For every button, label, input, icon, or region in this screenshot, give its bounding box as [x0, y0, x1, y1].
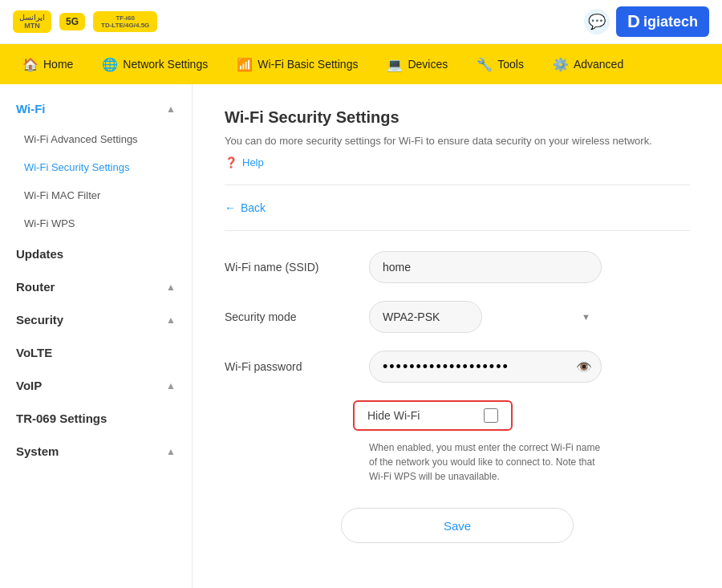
sidebar-volte-label: VoLTE — [16, 346, 52, 359]
sidebar-item-updates[interactable]: Updates — [0, 237, 192, 270]
page-description: You can do more security settings for Wi… — [225, 135, 690, 147]
divider-top — [225, 185, 690, 185]
top-bar-right: 💬 D igiatech — [584, 6, 709, 37]
system-arrow: ▲ — [166, 446, 176, 457]
ssid-input[interactable] — [369, 251, 602, 283]
sidebar-item-voip[interactable]: VoIP ▲ — [0, 369, 192, 402]
nav-tools[interactable]: 🔧 Tools — [462, 44, 538, 84]
sidebar-security-label: Security — [16, 313, 63, 326]
wifi-arrow: ▲ — [166, 103, 176, 115]
nav-advanced[interactable]: ⚙️ Advanced — [538, 44, 638, 84]
nav-home[interactable]: 🏠 Home — [8, 44, 87, 84]
sidebar-wifi-wps[interactable]: Wi-Fi WPS — [0, 209, 192, 237]
ssid-label: Wi-Fi name (SSID) — [225, 261, 353, 274]
sidebar-wifi-security[interactable]: Wi-Fi Security Settings — [0, 153, 192, 181]
chat-icon[interactable]: 💬 — [584, 9, 610, 34]
nav-devices-label: Devices — [408, 58, 448, 71]
password-wrapper: 👁️ — [369, 351, 602, 383]
network-icon: 🌐 — [102, 57, 118, 72]
sidebar-voip-label: VoIP — [16, 379, 42, 392]
voip-arrow: ▲ — [166, 380, 176, 391]
nav-wifi-basic[interactable]: 📶 Wi-Fi Basic Settings — [222, 44, 372, 84]
back-button[interactable]: ← Back — [225, 201, 690, 214]
sidebar-wifi-mac-filter[interactable]: Wi-Fi MAC Filter — [0, 181, 192, 209]
security-select[interactable]: WPA2-PSK WPA-PSK WPA/WPA2-PSK None — [369, 301, 482, 333]
save-btn-row: Save — [225, 508, 690, 543]
save-button[interactable]: Save — [341, 508, 574, 543]
page-title: Wi-Fi Security Settings — [225, 108, 690, 127]
main-layout: Wi-Fi ▲ Wi-Fi Advanced Settings Wi-Fi Se… — [0, 84, 722, 588]
nav-wifi-label: Wi-Fi Basic Settings — [258, 58, 358, 71]
ssid-row: Wi-Fi name (SSID) — [225, 251, 690, 283]
nav-advanced-label: Advanced — [574, 58, 623, 71]
sidebar-wifi-label: Wi-Fi — [16, 102, 46, 116]
sidebar-item-router[interactable]: Router ▲ — [0, 270, 192, 303]
nav-tools-label: Tools — [497, 58, 524, 71]
sidebar-item-wifi[interactable]: Wi-Fi ▲ — [0, 92, 192, 125]
sidebar-item-system[interactable]: System ▲ — [0, 435, 192, 468]
mtn-logo: ایرانسل MTN — [13, 10, 51, 33]
digiatech-logo: D igiatech — [616, 6, 709, 37]
sidebar-tr069-label: TR-069 Settings — [16, 412, 107, 425]
hide-wifi-box: Hide Wi-Fi — [353, 400, 513, 431]
home-icon: 🏠 — [22, 57, 39, 72]
digiatech-text: igiatech — [643, 14, 698, 30]
hide-wifi-checkbox[interactable] — [484, 408, 498, 423]
sidebar-item-volte[interactable]: VoLTE — [0, 336, 192, 369]
tf-logo-text: TF-i60 — [116, 14, 135, 22]
eye-icon[interactable]: 👁️ — [576, 359, 592, 375]
back-arrow-icon: ← — [225, 201, 236, 214]
sidebar-wifi-advanced[interactable]: Wi-Fi Advanced Settings — [0, 125, 192, 153]
content-area: Wi-Fi Security Settings You can do more … — [193, 84, 722, 588]
security-label: Security mode — [225, 310, 353, 323]
sidebar-item-tr069[interactable]: TR-069 Settings — [0, 402, 192, 435]
sidebar: Wi-Fi ▲ Wi-Fi Advanced Settings Wi-Fi Se… — [0, 84, 193, 588]
hide-wifi-note: When enabled, you must enter the correct… — [369, 440, 602, 484]
security-arrow: ▲ — [166, 314, 176, 326]
digiatech-d: D — [627, 11, 640, 32]
devices-icon: 💻 — [387, 57, 403, 72]
router-arrow: ▲ — [166, 282, 176, 293]
password-label: Wi-Fi password — [225, 360, 353, 373]
sidebar-wifi-subitems: Wi-Fi Advanced Settings Wi-Fi Security S… — [0, 125, 192, 237]
back-label: Back — [241, 201, 266, 214]
password-row: Wi-Fi password 👁️ — [225, 351, 690, 383]
nav-devices[interactable]: 💻 Devices — [372, 44, 462, 84]
nav-bar: 🏠 Home 🌐 Network Settings 📶 Wi-Fi Basic … — [0, 44, 722, 84]
hide-wifi-label: Hide Wi-Fi — [367, 409, 420, 422]
5g-logo: 5G — [59, 13, 85, 30]
nav-network-label: Network Settings — [123, 58, 208, 71]
divider-back — [225, 230, 690, 231]
mtn-logo-sub: MTN — [24, 22, 40, 30]
tools-icon: 🔧 — [477, 57, 493, 72]
tf-logo: TF-i60 TD-LTE/4G/4.5G — [93, 11, 157, 32]
logos-group: ایرانسل MTN 5G TF-i60 TD-LTE/4G/4.5G — [13, 10, 157, 33]
help-circle-icon: ❓ — [225, 156, 237, 168]
sidebar-section-wifi: Wi-Fi ▲ Wi-Fi Advanced Settings Wi-Fi Se… — [0, 92, 192, 237]
advanced-icon: ⚙️ — [553, 57, 569, 72]
sidebar-updates-label: Updates — [16, 247, 63, 261]
nav-network-settings[interactable]: 🌐 Network Settings — [87, 44, 222, 84]
password-input[interactable] — [369, 351, 602, 383]
top-bar: ایرانسل MTN 5G TF-i60 TD-LTE/4G/4.5G 💬 D… — [0, 0, 722, 44]
wifi-icon: 📶 — [237, 57, 253, 72]
security-select-wrapper: WPA2-PSK WPA-PSK WPA/WPA2-PSK None — [369, 301, 602, 333]
hide-wifi-row: Hide Wi-Fi — [225, 400, 690, 431]
nav-home-label: Home — [43, 58, 73, 71]
security-mode-row: Security mode WPA2-PSK WPA-PSK WPA/WPA2-… — [225, 301, 690, 333]
tf-logo-sub: TD-LTE/4G/4.5G — [101, 22, 149, 29]
sidebar-system-label: System — [16, 444, 59, 458]
sidebar-router-label: Router — [16, 280, 55, 294]
help-text: Help — [242, 156, 264, 168]
mtn-logo-text: ایرانسل — [19, 14, 45, 22]
help-link[interactable]: ❓ Help — [225, 156, 690, 168]
sidebar-item-security[interactable]: Security ▲ — [0, 303, 192, 336]
